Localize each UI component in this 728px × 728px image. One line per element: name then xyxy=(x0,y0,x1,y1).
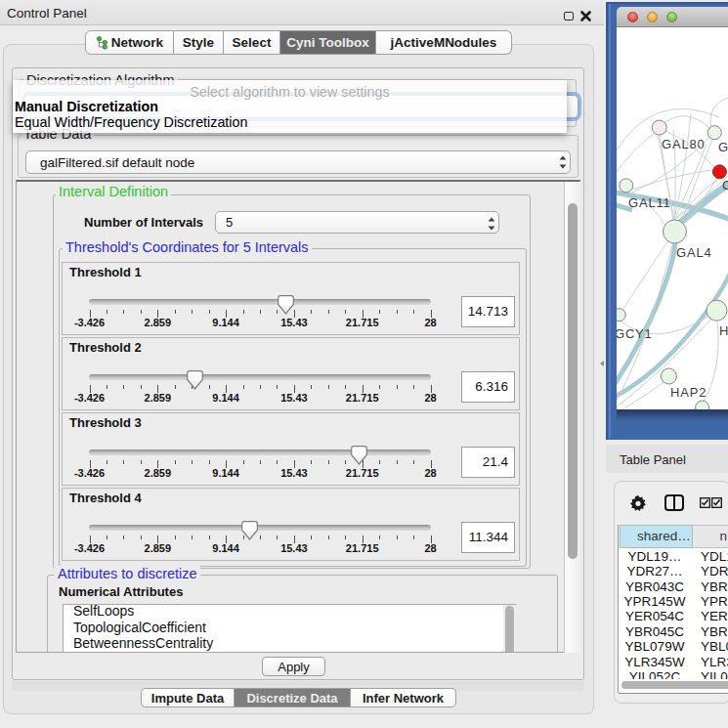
svg-text:GAL4: GAL4 xyxy=(676,245,711,260)
svg-text:GCY1: GCY1 xyxy=(617,326,653,341)
svg-text:C: C xyxy=(722,178,728,193)
svg-text:GAL11: GAL11 xyxy=(628,195,671,210)
svg-text:GAL80: GAL80 xyxy=(662,137,705,151)
svg-text:HAP2: HAP2 xyxy=(670,385,707,400)
svg-text:H: H xyxy=(719,323,728,338)
svg-text:GA: GA xyxy=(718,140,728,154)
